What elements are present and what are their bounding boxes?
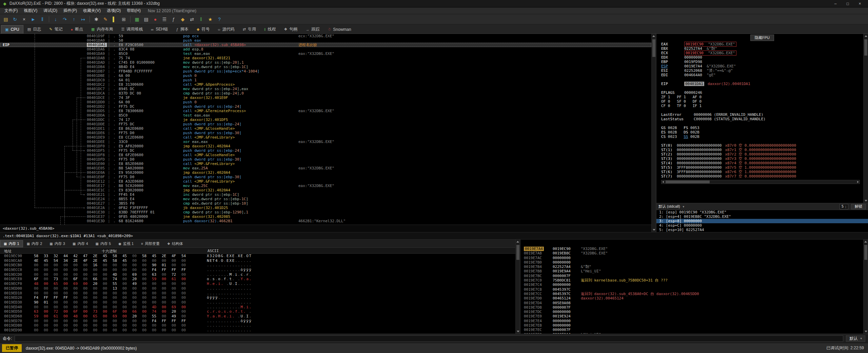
tab-Snowman[interactable]: ☃Snowman — [323, 25, 355, 34]
step-over-icon[interactable]: ↷ — [60, 15, 69, 23]
stack-row[interactable]: 0019E7B4022527A4&"翲" — [520, 265, 863, 269]
pencil-icon[interactable]: ✎ — [101, 15, 110, 23]
stack-row[interactable]: 0019E7BC0000007F — [520, 274, 863, 278]
stop-icon[interactable]: × — [20, 15, 28, 23]
dump-tab-内存 3[interactable]: ▦内存 3 — [46, 240, 69, 247]
register-row-EAX[interactable]: EAX0019EC90 "X32DBG.EXE" — [656, 42, 863, 46]
register-row-EFLAGS[interactable]: EFLAGS00000246 — [656, 90, 863, 95]
disassembly-row[interactable]: 00401E05|.B8 5A020000mov eax,25Aeax:"X32… — [0, 166, 651, 170]
disassembly-row[interactable]: 00401DE1|.E8 862E0600call <JMP.&CloseHan… — [0, 126, 651, 131]
tab-日志[interactable]: ▤日志 — [23, 25, 45, 34]
stack-row[interactable]: 0019E7F00019E9A4L"Hei_UI" — [520, 332, 863, 334]
dump-row[interactable]: 0019ECB000000000000016000000000090010000… — [0, 263, 515, 268]
st-register-row[interactable]: ST(1)00000000000000000000x87r1 空 0.00000… — [656, 148, 863, 152]
stack-row[interactable]: 0019E7D000465124daxxor(32).00465124 — [520, 296, 863, 300]
dump-row[interactable]: 0019EC905833324442472E4558450058452E4F54… — [0, 254, 515, 258]
stack-row[interactable]: 0019E7D80000007F — [520, 305, 863, 310]
menu-item[interactable]: 帮助(H) — [124, 7, 144, 14]
disassembly-row[interactable]: 00401DF5|.FF75 DCpush dword ptr ss:[ebp-… — [0, 148, 651, 153]
menu-item[interactable]: 插件(P) — [60, 7, 80, 14]
scroll-up-icon[interactable] — [516, 241, 519, 243]
scroll-up-icon[interactable] — [864, 241, 867, 243]
help-icon[interactable]: ? — [215, 15, 224, 23]
tab-内存布局[interactable]: ▦内存布局 — [87, 25, 117, 34]
disassembly-row[interactable]: 00401DE9|.E8 CC2E0600call <JMP.&FreeLibr… — [0, 135, 651, 140]
register-value[interactable]: 00000246 — [684, 90, 702, 95]
disassembly-row[interactable]: 00401E00|.E8 B52E0600call <JMP.&FreeLibr… — [0, 162, 651, 166]
maximize-button[interactable]: □ — [842, 0, 854, 7]
register-row-EIP[interactable]: EIP00401DA1daxxor(32).00401DA1 — [656, 82, 863, 86]
register-value[interactable]: 0019E7A4 — [684, 64, 702, 68]
step-out-icon[interactable]: ↑ — [70, 15, 78, 23]
breakpoint-icon[interactable]: ● — [151, 15, 160, 23]
settings-icon[interactable]: ✱ — [92, 15, 101, 23]
log-icon[interactable]: ▤ — [142, 15, 151, 23]
st-register-row[interactable]: ST(2)00000000000000000000x87r2 空 0.00000… — [656, 152, 863, 157]
stack-row[interactable]: 0019E7D4005E0A08 — [520, 301, 863, 305]
argument-row[interactable]: 4: [esp+C] 00000000 — [656, 223, 868, 228]
unlock-button[interactable]: 解锁 — [851, 204, 866, 209]
flags-row[interactable]: CF 0 TF 0 IF 1 — [656, 104, 863, 108]
flags-row[interactable]: ZF 1 PF 1 AF 0 — [656, 95, 863, 99]
stepper-down-icon[interactable]: ▾ — [845, 207, 846, 208]
command-input[interactable] — [15, 335, 843, 342]
disassembly-row[interactable]: 00401E0A|.E9 95020000jmp daxxor(32).4020… — [0, 170, 651, 175]
disassembly-row[interactable]: 00401DA0|.50push eax — [0, 38, 651, 43]
chevron-down-icon[interactable]: ▾ — [683, 205, 685, 208]
stack-row[interactable]: 0019E7E400000000 — [520, 319, 863, 323]
argument-row[interactable]: 3: [esp+8] 00000000 — [656, 219, 868, 223]
tab-脚本[interactable]: ƒ脚本 — [172, 25, 193, 34]
st-register-row[interactable]: ST(0)00000000000000000000x87r0 空 0.00000… — [656, 143, 863, 148]
scroll-down-icon[interactable] — [865, 331, 867, 332]
disassembly-row[interactable]: 00401DB4|.8B4D E4mov ecx,dword ptr ss:[e… — [0, 65, 651, 69]
dump-row[interactable]: 0019ED50630072006F0073006F00660074002000… — [0, 309, 515, 314]
dump-tab-内存 1[interactable]: ▦内存 1 — [0, 240, 23, 247]
tab-线程[interactable]: ‖线程 — [260, 25, 280, 34]
stack-row[interactable]: 0019E7C80045397C — [520, 287, 863, 292]
scroll-left-icon[interactable] — [662, 181, 664, 183]
disassembly-row[interactable]: 00401DF8|.E8 6F2E0600call <JMP.&CloseHan… — [0, 153, 651, 157]
tab-调用堆栈[interactable]: ☰调用堆栈 — [117, 25, 147, 34]
menu-item[interactable]: 选项(O) — [104, 7, 124, 14]
disassembly-row[interactable]: EIP00401DA1|.E8 F29C0500call <daxxor(32)… — [0, 43, 651, 47]
disassembly-row[interactable]: 00401E0F|.FF75 D0push dword ptr ss:[ebp-… — [0, 175, 651, 179]
scrollbar-thumb[interactable] — [666, 181, 710, 183]
register-value[interactable]: 0019EC90 — [686, 51, 704, 55]
disassembly-row[interactable]: 00401DC7|.8945 DCmov dword ptr ss:[ebp-2… — [0, 87, 651, 91]
dump-scrollbar[interactable] — [515, 240, 520, 334]
registers-scrollbar[interactable] — [863, 34, 868, 203]
stack-row[interactable]: 0019E7DC00000000 — [520, 310, 863, 314]
register-row-ESI[interactable]: ESI02252068 "烫:"==&"-@" — [656, 68, 863, 73]
dump-row[interactable]: 0019ED8000000000000000000000000000000000… — [0, 323, 515, 328]
dump-row[interactable]: 0019ED9000000000000000000000000000000000… — [0, 328, 515, 333]
stack-row[interactable]: 0019E7CC0045397C返回到 daxxor(32).sub_4538A… — [520, 292, 863, 296]
st-register-row[interactable]: ST(6)3FFF8000000000000000x87r6 空 1.00000… — [656, 170, 863, 174]
run-to-user-icon[interactable]: ↦ — [79, 15, 87, 23]
step-into-icon[interactable]: ↓ — [51, 15, 60, 23]
stack-row[interactable]: 0019E7E00019E924 — [520, 314, 863, 318]
flags-row[interactable]: OF 0 SF 0 DF 0 — [656, 99, 863, 104]
disassembly-row[interactable]: 00401DAD|.C745 E0 01000000mov dword ptr … — [0, 60, 651, 65]
dump-row[interactable]: 0019ECA04E4554342E4F2E455845000000000000… — [0, 258, 515, 263]
disassembly-scrollbar[interactable] — [651, 34, 656, 232]
disassembly-row[interactable]: 00401E21|.FF45 E4inc dword ptr ss:[ebp-1… — [0, 192, 651, 197]
dump-tab-内存 2[interactable]: ▦内存 2 — [23, 240, 46, 247]
dump-row[interactable]: 0019ECD000000000000000004D00690063007200… — [0, 272, 515, 277]
script-icon[interactable]: ƒ — [169, 15, 178, 23]
memory-map-icon[interactable]: ▦ — [133, 15, 141, 23]
dump-row[interactable]: 0019ECE06F0073006F0066007400200059006100… — [0, 277, 515, 282]
scroll-right-icon[interactable] — [857, 181, 859, 183]
argument-row[interactable]: 1: [esp] 0019EC90 "X32DBG.EXE" — [656, 210, 868, 214]
menu-item[interactable]: 收藏夹(V) — [80, 7, 104, 14]
disassembly-row[interactable]: 00401DD5|.E8 78300600call <JMP.&Terminat… — [0, 109, 651, 113]
stack-row[interactable]: 0019E7B000000000 — [520, 260, 863, 265]
pause-icon[interactable]: ‖ — [38, 15, 47, 23]
hide-fpu-button[interactable]: 隐藏FPU — [750, 35, 774, 41]
callstack-icon[interactable]: ☰ — [160, 15, 169, 23]
disassembly-row[interactable]: 00401DCE|.74 3Fje daxxor(32).401E0F — [0, 96, 651, 100]
disassembly-row[interactable]: 00401E37|.0F85 48020000jne daxxor(32).40… — [0, 214, 651, 219]
scroll-down-icon[interactable] — [517, 331, 519, 332]
run-icon[interactable]: ► — [29, 15, 38, 23]
highlighter-icon[interactable]: ▍ — [110, 15, 119, 23]
stack-scrollbar[interactable] — [863, 240, 868, 334]
